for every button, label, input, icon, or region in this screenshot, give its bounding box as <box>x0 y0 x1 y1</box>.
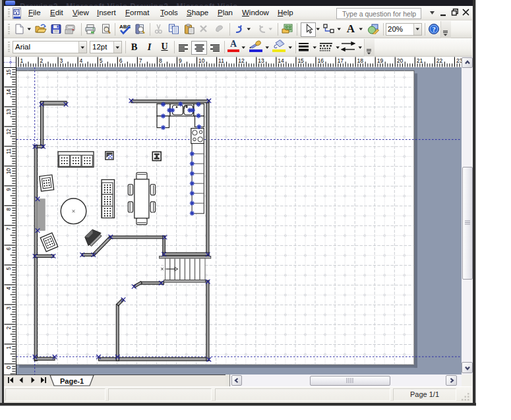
svg-text:3: 3 <box>60 57 63 64</box>
svg-text:6: 6 <box>119 57 123 64</box>
svg-text:19: 19 <box>377 57 384 64</box>
svg-text:9: 9 <box>179 57 182 64</box>
svg-text:10: 10 <box>198 57 205 64</box>
svg-text:18: 18 <box>357 57 364 64</box>
svg-text:20: 20 <box>397 57 404 64</box>
svg-text:11: 11 <box>5 148 12 154</box>
svg-text:16: 16 <box>317 57 324 64</box>
svg-text:1: 1 <box>20 57 23 64</box>
svg-text:23: 23 <box>456 57 462 64</box>
svg-text:6: 6 <box>5 247 12 251</box>
svg-text:17: 17 <box>338 57 344 64</box>
svg-text:21: 21 <box>417 57 423 64</box>
svg-text:0: 0 <box>5 366 12 369</box>
svg-text:4: 4 <box>80 57 83 64</box>
svg-text:15: 15 <box>5 69 12 76</box>
svg-text:4: 4 <box>5 287 12 290</box>
svg-text:7: 7 <box>139 57 142 64</box>
svg-text:8: 8 <box>159 57 162 64</box>
svg-text:5: 5 <box>5 267 12 270</box>
svg-text:10: 10 <box>5 168 12 175</box>
svg-text:2: 2 <box>5 326 12 330</box>
svg-text:14: 14 <box>278 57 284 64</box>
svg-text:12: 12 <box>5 129 12 135</box>
svg-text:13: 13 <box>258 57 264 64</box>
svg-text:8: 8 <box>5 208 12 211</box>
svg-text:22: 22 <box>436 57 443 64</box>
svg-text:?: ? <box>432 26 435 33</box>
svg-text:Page-1: Page-1 <box>60 377 84 385</box>
svg-text:5: 5 <box>100 57 103 64</box>
svg-text:3: 3 <box>5 307 12 310</box>
svg-text:7: 7 <box>5 227 12 231</box>
svg-text:1: 1 <box>5 346 12 349</box>
svg-text:9: 9 <box>5 188 12 191</box>
svg-text:15: 15 <box>297 57 304 64</box>
svg-text:12: 12 <box>238 57 245 64</box>
svg-text:14: 14 <box>5 89 12 96</box>
svg-text:13: 13 <box>5 109 12 115</box>
svg-text:11: 11 <box>218 57 224 64</box>
svg-text:2: 2 <box>40 57 43 64</box>
